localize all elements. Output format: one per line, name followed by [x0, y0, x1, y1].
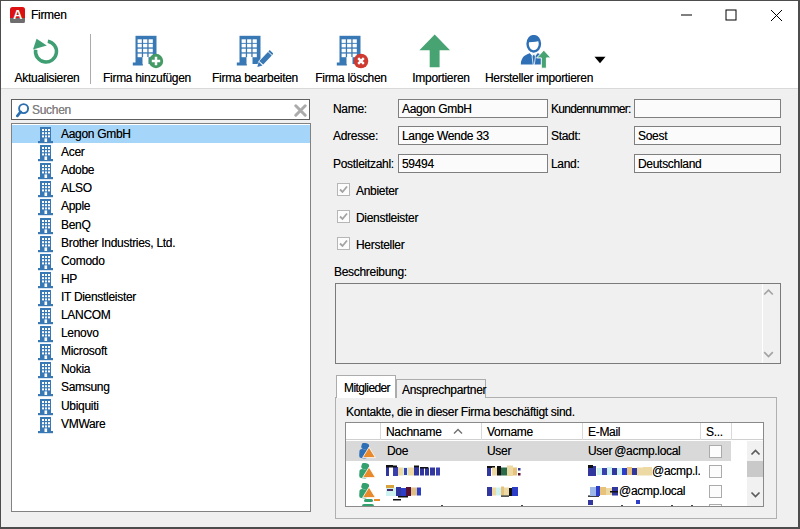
svg-text:A: A: [13, 7, 23, 22]
